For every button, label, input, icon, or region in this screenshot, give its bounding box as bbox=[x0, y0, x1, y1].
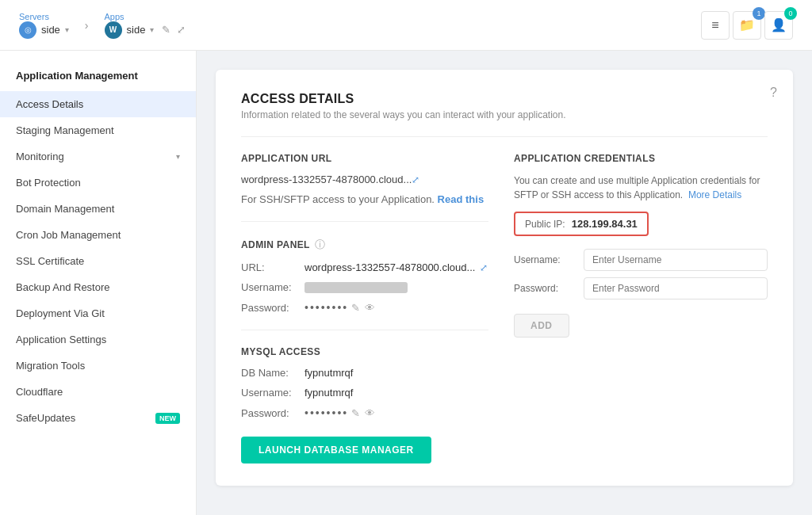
ssh-text: For SSH/SFTP access to your Application. bbox=[241, 193, 435, 205]
user-badge: 0 bbox=[784, 7, 797, 20]
edit-icon[interactable]: ✎ bbox=[162, 24, 170, 36]
sidebar-label-cloudflare: Cloudflare bbox=[16, 386, 63, 398]
section-subtitle: Information related to the several ways … bbox=[241, 109, 768, 120]
sidebar-item-cron-job-management[interactable]: Cron Job Management bbox=[0, 222, 196, 248]
section-title: ACCESS DETAILS bbox=[241, 92, 768, 106]
admin-panel-title: ADMIN PANEL bbox=[241, 239, 310, 250]
two-column-layout: APPLICATION URL wordpress-1332557-487800… bbox=[241, 153, 768, 464]
sidebar-label-migration-tools: Migration Tools bbox=[16, 360, 85, 372]
help-icon[interactable]: ? bbox=[770, 86, 777, 100]
mysql-username-label: Username: bbox=[241, 387, 304, 399]
public-ip-label: Public IP: bbox=[525, 219, 565, 230]
app-url-value: wordpress-1332557-4878000.cloud... bbox=[241, 174, 412, 185]
credentials-password-label: Password: bbox=[514, 283, 577, 294]
mysql-password-dots: •••••••• bbox=[304, 406, 348, 419]
sidebar-label-staging-management: Staging Management bbox=[16, 124, 114, 136]
main-layout: Application Management Access Details St… bbox=[0, 51, 812, 515]
sidebar-item-monitoring[interactable]: Monitoring ▾ bbox=[0, 143, 196, 170]
admin-url-row: URL: wordpress-1332557-4878000.cloud... … bbox=[241, 261, 488, 273]
sidebar-item-domain-management[interactable]: Domain Management bbox=[0, 196, 196, 222]
folder-badge: 1 bbox=[753, 7, 765, 20]
sidebar-label-access-details: Access Details bbox=[16, 98, 83, 110]
sidebar-item-cloudflare[interactable]: Cloudflare bbox=[0, 379, 196, 405]
external-link-icon[interactable]: ⤢ bbox=[177, 24, 186, 36]
credentials-password-input[interactable] bbox=[584, 277, 768, 299]
add-credentials-button[interactable]: ADD bbox=[514, 314, 569, 338]
read-this-link[interactable]: Read this bbox=[438, 193, 485, 205]
apps-label: Apps bbox=[105, 12, 186, 21]
sidebar-item-access-details[interactable]: Access Details bbox=[0, 91, 196, 117]
credentials-username-input[interactable] bbox=[584, 249, 768, 271]
user-button[interactable]: 👤 0 bbox=[764, 11, 793, 40]
mysql-dbname-row: DB Name: fypnutmrqf bbox=[241, 367, 488, 379]
sidebar-label-monitoring: Monitoring bbox=[16, 151, 64, 162]
top-navigation: Servers ◎ side ▾ › Apps W side ▾ ✎ ⤢ ≡ 📁… bbox=[0, 0, 812, 51]
credentials-box: APPLICATION CREDENTIALS You can create a… bbox=[514, 153, 768, 338]
nav-arrow-icon: › bbox=[79, 19, 95, 32]
monitoring-chevron-icon: ▾ bbox=[176, 152, 180, 161]
mysql-username-value: fypnutmrqf bbox=[304, 387, 353, 399]
sidebar-item-ssl-certificate[interactable]: SSL Certificate bbox=[0, 248, 196, 274]
folder-icon: 📁 bbox=[739, 17, 755, 32]
admin-username-blurred bbox=[304, 282, 408, 293]
admin-password-icons: ✎ 👁 bbox=[351, 302, 375, 314]
more-details-link[interactable]: More Details bbox=[688, 189, 741, 200]
show-password-icon[interactable]: 👁 bbox=[365, 302, 375, 314]
sidebar-item-deployment-via-git[interactable]: Deployment Via Git bbox=[0, 300, 196, 326]
sidebar-label-deployment-via-git: Deployment Via Git bbox=[16, 307, 105, 319]
credentials-username-label: Username: bbox=[514, 254, 577, 265]
access-details-card: ? ACCESS DETAILS Information related to … bbox=[216, 70, 793, 486]
sidebar-item-migration-tools[interactable]: Migration Tools bbox=[0, 353, 196, 379]
edit-password-icon[interactable]: ✎ bbox=[351, 302, 360, 314]
launch-database-manager-button[interactable]: LAUNCH DATABASE MANAGER bbox=[241, 437, 431, 464]
list-view-button[interactable]: ≡ bbox=[701, 11, 730, 40]
mysql-dbname-label: DB Name: bbox=[241, 367, 304, 379]
server-chevron-icon[interactable]: ▾ bbox=[65, 25, 69, 34]
sidebar-label-backup-restore: Backup And Restore bbox=[16, 281, 110, 293]
sidebar-label-bot-protection: Bot Protection bbox=[16, 177, 81, 189]
sidebar-label-cron-job-management: Cron Job Management bbox=[16, 229, 121, 241]
folder-button[interactable]: 📁 1 bbox=[733, 11, 761, 40]
sidebar-title: Application Management bbox=[0, 70, 196, 91]
admin-info-icon[interactable]: ⓘ bbox=[315, 238, 325, 252]
app-url-title: APPLICATION URL bbox=[241, 153, 488, 164]
admin-password-label: Password: bbox=[241, 302, 304, 314]
sidebar-label-ssl-certificate: SSL Certificate bbox=[16, 255, 84, 267]
mysql-edit-password-icon[interactable]: ✎ bbox=[351, 407, 360, 419]
admin-url-label: URL: bbox=[241, 261, 304, 273]
admin-username-label: Username: bbox=[241, 281, 304, 293]
wordpress-icon: W bbox=[105, 21, 122, 39]
sidebar-item-safeupdates[interactable]: SafeUpdates NEW bbox=[0, 405, 196, 431]
sidebar-item-staging-management[interactable]: Staging Management bbox=[0, 117, 196, 143]
credentials-password-row: Password: bbox=[514, 277, 768, 299]
app-url-row: wordpress-1332557-4878000.cloud... ⤢ bbox=[241, 174, 488, 185]
server-select-row: ◎ side ▾ bbox=[19, 21, 69, 39]
mysql-dbname-value: fypnutmrqf bbox=[304, 367, 353, 379]
nav-right-actions: ≡ 📁 1 👤 0 bbox=[701, 11, 793, 40]
admin-url-text: wordpress-1332557-4878000.cloud... bbox=[304, 261, 475, 273]
app-url-external-icon[interactable]: ⤢ bbox=[412, 174, 419, 185]
credentials-description: You can create and use multiple Applicat… bbox=[514, 174, 768, 202]
admin-url-external-icon[interactable]: ⤢ bbox=[480, 262, 488, 273]
sidebar-item-application-settings[interactable]: Application Settings bbox=[0, 326, 196, 353]
credentials-username-row: Username: bbox=[514, 249, 768, 271]
servers-label: Servers bbox=[19, 12, 69, 21]
mysql-show-password-icon[interactable]: 👁 bbox=[365, 407, 375, 419]
sidebar-label-application-settings: Application Settings bbox=[16, 334, 106, 345]
sidebar-item-bot-protection[interactable]: Bot Protection bbox=[0, 170, 196, 196]
admin-password-dots: •••••••• bbox=[304, 301, 348, 314]
server-icon: ◎ bbox=[19, 21, 36, 39]
servers-section: Servers ◎ side ▾ bbox=[19, 12, 69, 39]
sidebar-label-safeupdates: SafeUpdates bbox=[16, 412, 75, 424]
server-name: side bbox=[41, 24, 60, 36]
sidebar: Application Management Access Details St… bbox=[0, 51, 197, 515]
admin-password-row: Password: •••••••• ✎ 👁 bbox=[241, 301, 488, 314]
mysql-password-row: Password: •••••••• ✎ 👁 bbox=[241, 406, 488, 419]
credentials-title: APPLICATION CREDENTIALS bbox=[514, 153, 768, 164]
new-badge: NEW bbox=[155, 413, 180, 424]
app-chevron-icon[interactable]: ▾ bbox=[150, 25, 154, 34]
mysql-username-row: Username: fypnutmrqf bbox=[241, 387, 488, 399]
app-name: side bbox=[127, 24, 146, 36]
sidebar-item-backup-restore[interactable]: Backup And Restore bbox=[0, 274, 196, 300]
right-column: APPLICATION CREDENTIALS You can create a… bbox=[514, 153, 768, 464]
